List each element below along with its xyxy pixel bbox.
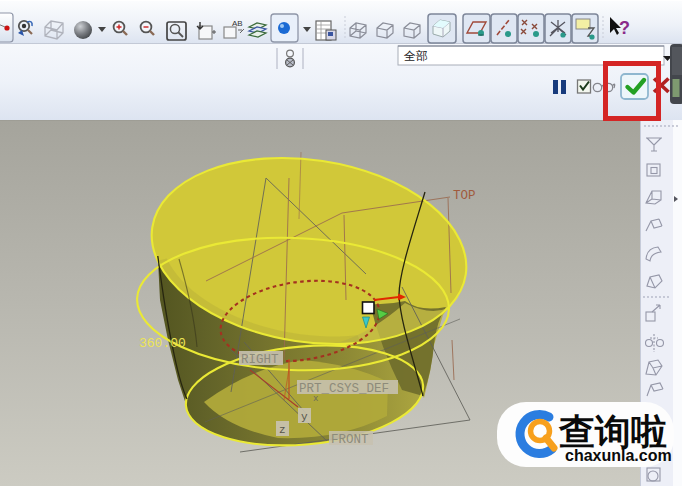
svg-text:?: ? [619,18,630,38]
svg-text:AB: AB [232,19,243,28]
svg-text:z: z [279,424,286,436]
svg-text:chaxunla.com: chaxunla.com [565,447,672,464]
svg-text:FRONT: FRONT [331,433,369,447]
svg-text:RIGHT: RIGHT [241,353,279,367]
svg-text:TOP: TOP [453,189,476,203]
svg-text:全部: 全部 [404,49,428,63]
svg-text:360.00: 360.00 [139,336,186,351]
svg-text:查询啦: 查询啦 [558,411,667,452]
svg-text:y: y [301,411,308,423]
svg-text:x: x [313,394,318,404]
